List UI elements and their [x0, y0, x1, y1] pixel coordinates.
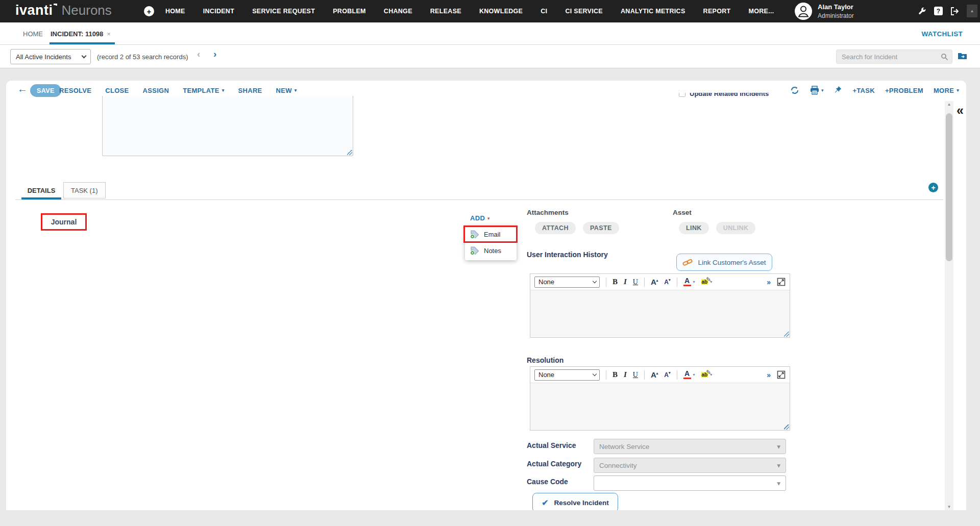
increase-font-button[interactable]: A▴: [651, 278, 658, 286]
new-dropdown[interactable]: NEW ▾: [276, 87, 297, 94]
prev-record-button[interactable]: ‹: [197, 48, 200, 60]
chevron-down-icon: [593, 372, 597, 376]
nav-more[interactable]: MORE...: [748, 8, 774, 15]
pin-icon[interactable]: [834, 86, 842, 95]
tab-close-icon[interactable]: ×: [107, 30, 111, 38]
incident-search: [836, 49, 952, 64]
chevron-down-icon: [593, 279, 597, 283]
resize-handle[interactable]: [347, 150, 352, 155]
font-style-select[interactable]: None: [534, 277, 600, 288]
help-icon[interactable]: ?: [934, 7, 943, 15]
decrease-font-button[interactable]: A▾: [664, 279, 670, 286]
nav-problem[interactable]: PROBLEM: [333, 8, 366, 15]
more-tools-button[interactable]: »: [767, 278, 771, 286]
print-dropdown[interactable]: ▾: [810, 86, 824, 95]
saved-search-folder-icon[interactable]: [958, 52, 967, 60]
increase-font-button[interactable]: A▴: [651, 370, 658, 379]
assign-button[interactable]: ASSIGN: [143, 87, 169, 94]
underline-button[interactable]: U: [633, 371, 638, 379]
update-related-checkbox[interactable]: [679, 93, 685, 97]
highlight-color-button[interactable]: ✎ab ▾: [701, 279, 713, 285]
menu-item-notes[interactable]: Notes: [465, 242, 517, 259]
resolve-incident-button[interactable]: ✔ Resolve Incident: [532, 493, 618, 510]
logo-tick-icon: [54, 4, 57, 6]
app-screen: ivanti Neurons + HOME INCIDENT SERVICE R…: [0, 0, 980, 526]
journal-link-highlighted[interactable]: Journal: [41, 213, 87, 231]
bold-button[interactable]: B: [612, 370, 618, 379]
italic-button[interactable]: I: [624, 370, 627, 379]
form-scrollbar[interactable]: ▲ ▼: [945, 101, 953, 510]
cause-code-select[interactable]: ▾: [594, 475, 786, 491]
actual-service-select[interactable]: Network Service ▾: [594, 439, 786, 454]
nav-ci-service[interactable]: CI SERVICE: [565, 8, 603, 15]
nav-analytic-metrics[interactable]: ANALYTIC METRICS: [621, 8, 685, 15]
save-button[interactable]: SAVE: [30, 84, 61, 97]
link-customers-asset-button[interactable]: Link Customer's Asset: [676, 254, 772, 271]
bold-button[interactable]: B: [612, 278, 618, 286]
more-dropdown[interactable]: MORE ▾: [934, 87, 959, 94]
logout-icon[interactable]: [950, 7, 960, 15]
resize-handle[interactable]: [784, 332, 789, 337]
resolution-textarea[interactable]: [530, 383, 790, 430]
actual-service-label: Actual Service: [527, 441, 576, 449]
share-button[interactable]: SHARE: [238, 87, 262, 94]
scope-dropdown[interactable]: All Active Incidents: [10, 49, 91, 64]
search-input[interactable]: [837, 53, 941, 61]
italic-button[interactable]: I: [624, 278, 627, 286]
description-textarea[interactable]: [102, 96, 353, 156]
nav-change[interactable]: CHANGE: [384, 8, 412, 15]
tab-task[interactable]: TASK (1): [63, 182, 106, 198]
add-task-button[interactable]: +TASK: [852, 87, 875, 94]
nav-incident[interactable]: INCIDENT: [203, 8, 234, 15]
collapse-panel-icon[interactable]: «: [957, 104, 964, 117]
actual-category-select[interactable]: Connectivity ▾: [594, 458, 786, 473]
nav-home[interactable]: HOME: [165, 8, 185, 15]
scroll-up-arrow[interactable]: ▲: [945, 102, 953, 107]
watchlist-link[interactable]: WATCHLIST: [922, 22, 963, 45]
close-button[interactable]: CLOSE: [105, 87, 129, 94]
tab-details[interactable]: DETAILS: [21, 182, 61, 199]
asset-link-button[interactable]: LINK: [679, 222, 709, 234]
nav-service-request[interactable]: SERVICE REQUEST: [252, 8, 315, 15]
paste-button[interactable]: PASTE: [583, 222, 619, 234]
font-style-select[interactable]: None: [534, 369, 600, 381]
refresh-icon[interactable]: [790, 86, 799, 95]
resize-handle[interactable]: [784, 424, 789, 430]
next-record-button[interactable]: ›: [213, 48, 216, 60]
resolve-button[interactable]: RESOLVE: [59, 87, 91, 94]
settings-wrench-icon[interactable]: [918, 7, 926, 15]
add-problem-button[interactable]: +PROBLEM: [885, 87, 923, 94]
window-scroll-up[interactable]: ▲: [967, 5, 977, 17]
update-related-label: Update Related Incidents: [690, 93, 769, 97]
decrease-font-button[interactable]: A▾: [664, 371, 670, 379]
scroll-down-arrow[interactable]: ▼: [945, 505, 953, 509]
attach-button[interactable]: ATTACH: [535, 222, 576, 234]
more-tools-button[interactable]: »: [767, 371, 771, 379]
avatar: [794, 2, 813, 20]
back-button[interactable]: ←: [17, 83, 28, 95]
nav-release[interactable]: RELEASE: [430, 8, 461, 15]
actual-category-label: Actual Category: [527, 460, 581, 468]
user-menu[interactable]: Alan Taylor Administrator: [794, 2, 854, 20]
menu-item-email[interactable]: Email: [465, 226, 517, 242]
expand-editor-icon[interactable]: [777, 278, 786, 286]
tab-home[interactable]: HOME: [23, 22, 43, 45]
interaction-history-textarea[interactable]: [530, 290, 790, 337]
underline-button[interactable]: U: [633, 278, 638, 286]
template-dropdown[interactable]: TEMPLATE ▾: [183, 87, 224, 94]
scroll-thumb[interactable]: [946, 113, 952, 261]
check-icon: ✔: [542, 498, 548, 508]
nav-ci[interactable]: CI: [541, 8, 547, 15]
chevron-down-icon: ▾: [295, 88, 297, 93]
font-color-button[interactable]: A ▾: [683, 278, 695, 287]
add-workspace-icon[interactable]: +: [144, 6, 154, 16]
search-icon[interactable]: [941, 53, 948, 61]
font-color-button[interactable]: A ▾: [683, 370, 695, 380]
add-tab-icon[interactable]: +: [928, 183, 938, 192]
nav-report[interactable]: REPORT: [703, 8, 731, 15]
expand-editor-icon[interactable]: [777, 370, 786, 379]
nav-knowledge[interactable]: KNOWLEDGE: [479, 8, 523, 15]
highlight-color-button[interactable]: ✎ab ▾: [701, 372, 713, 378]
journal-add-dropdown[interactable]: ADD ▾: [470, 214, 490, 222]
tab-incident-11098[interactable]: INCIDENT: 11098 ×: [51, 22, 111, 45]
